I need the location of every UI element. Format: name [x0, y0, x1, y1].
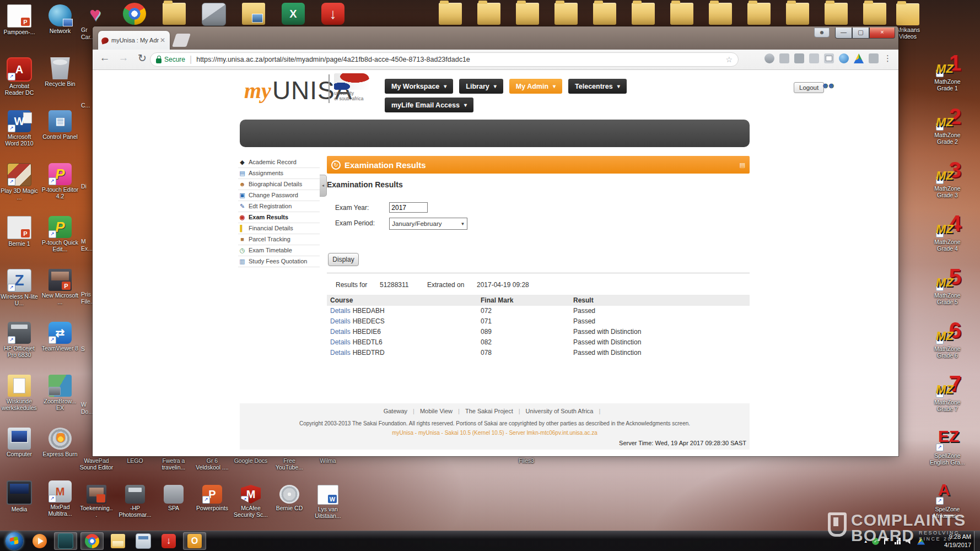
- desktop-icon[interactable]: 4 MathZone Grade 4: [928, 215, 967, 269]
- minimize-button[interactable]: —: [835, 28, 852, 39]
- exam-year-input[interactable]: [389, 202, 428, 213]
- desktop-icon[interactable]: Play 3D Magic ...: [0, 163, 39, 216]
- profile-button[interactable]: ☻: [814, 28, 830, 37]
- desktop-icon[interactable]: [593, 3, 617, 26]
- desktop-icon[interactable]: W Microsoft Word 2010: [0, 110, 39, 163]
- extension-icon[interactable]: [779, 53, 789, 63]
- desktop-icon[interactable]: 3 MathZone Grade 3: [928, 162, 967, 215]
- desktop-icon[interactable]: ⇄ TeamViewer 8: [41, 322, 79, 375]
- desktop-icon[interactable]: EZ SpellZone English Gra...: [928, 429, 967, 483]
- taskbar-button[interactable]: [132, 533, 154, 549]
- desktop-icon[interactable]: P Powerpoints: [195, 485, 229, 519]
- forward-icon[interactable]: →: [117, 52, 130, 64]
- sidebar-edit-registration[interactable]: Edt Registration: [238, 201, 320, 212]
- desktop-icon[interactable]: Computer: [0, 428, 39, 480]
- sidebar-biographical-details[interactable]: Biographical Details: [238, 179, 320, 190]
- menu-dots-icon[interactable]: ⋮: [884, 53, 892, 63]
- address-bar[interactable]: Secure | https://my.unisa.ac.za/portal/s…: [150, 52, 739, 67]
- users-gear-icon[interactable]: [821, 81, 833, 90]
- globe-extension-icon[interactable]: [839, 53, 849, 63]
- nav-mylife-email[interactable]: myLife Email Access: [385, 98, 473, 112]
- desktop-icon-files3-label[interactable]: Files3: [510, 457, 543, 464]
- maximize-button[interactable]: ▢: [852, 28, 869, 39]
- desktop-icon[interactable]: [863, 3, 887, 26]
- sidebar-exam-timetable[interactable]: Exam Timetable: [238, 245, 320, 256]
- desktop-icon[interactable]: Express Burn: [41, 428, 79, 480]
- desktop-icon[interactable]: ↓: [321, 3, 345, 27]
- desktop-icon[interactable]: P New Microsoft ...: [41, 269, 79, 322]
- sidebar-academic-record[interactable]: Academic Record: [238, 157, 320, 168]
- desktop-icon[interactable]: [122, 3, 147, 27]
- desktop-icon[interactable]: Bernie CD: [272, 485, 306, 519]
- footer-server-link[interactable]: myUnisa - myUnisa - Sakai 10.5 (Kernel 1…: [240, 430, 750, 436]
- extension-icon[interactable]: [794, 53, 804, 63]
- desktop-icon[interactable]: [438, 3, 462, 26]
- desktop-icon[interactable]: SPA: [157, 485, 191, 519]
- desktop-icon[interactable]: P Pampoen-...: [0, 4, 39, 57]
- taskbar-button[interactable]: [158, 533, 180, 549]
- details-link[interactable]: Details: [330, 307, 351, 315]
- extension-icon[interactable]: [809, 53, 819, 63]
- desktop-icon[interactable]: 2 MathZone Grade 2: [928, 109, 967, 162]
- desktop-icon[interactable]: Recycle Bin: [41, 57, 79, 110]
- desktop-icon[interactable]: M McAfee Security Sc...: [234, 485, 268, 519]
- nav-telecentres[interactable]: Telecentres: [568, 79, 627, 94]
- sidebar-study-fees-quotation[interactable]: Study Fees Quotation: [238, 256, 320, 267]
- taskbar-button[interactable]: [80, 532, 104, 550]
- taskbar-button[interactable]: [183, 532, 206, 550]
- drive-extension-icon[interactable]: [854, 53, 864, 63]
- refresh-icon[interactable]: ↻: [331, 160, 341, 170]
- taskbar-button[interactable]: [3, 533, 25, 549]
- desktop-icon[interactable]: [515, 3, 540, 26]
- desktop-icon[interactable]: 6 MathZone Grade 6: [928, 322, 967, 376]
- taskbar-button[interactable]: [29, 533, 51, 549]
- desktop-icon[interactable]: LEGO: [118, 457, 152, 471]
- desktop-icon[interactable]: 7 MathZone Grade 7: [928, 376, 967, 429]
- desktop-icon[interactable]: [785, 3, 810, 26]
- desktop-icon[interactable]: Fwetra a travelin...: [157, 457, 191, 471]
- desktop-icon[interactable]: A Acrobat Reader DC: [0, 57, 39, 110]
- desktop-icon[interactable]: W Lys van Uitstaan...: [311, 485, 345, 519]
- nav-my-admin[interactable]: My Admin: [509, 79, 562, 94]
- desktop-icon[interactable]: Media: [0, 480, 39, 533]
- tool-header-options-icon[interactable]: ▤: [740, 161, 745, 169]
- mail-extension-icon[interactable]: [824, 53, 834, 63]
- details-link[interactable]: Details: [330, 328, 351, 336]
- desktop-icon[interactable]: 1 MathZone Grade 1: [928, 55, 967, 109]
- desktop-icon[interactable]: [202, 3, 226, 27]
- footer-link[interactable]: Gateway: [384, 408, 420, 414]
- desktop-icon[interactable]: Gr 6 Veldskool ....: [195, 457, 229, 471]
- back-icon[interactable]: ←: [98, 52, 111, 64]
- desktop-icon[interactable]: [708, 3, 733, 26]
- desktop-icon[interactable]: X: [281, 3, 305, 27]
- desktop-icon[interactable]: ZoomBrow... EX: [41, 375, 79, 428]
- tab-close-icon[interactable]: ✕: [159, 36, 166, 44]
- desktop-icon[interactable]: M MixPad Multitra...: [41, 480, 79, 533]
- sidebar-assignments[interactable]: Assignments: [238, 168, 320, 179]
- desktop-icon[interactable]: Wilma: [311, 457, 345, 471]
- desktop-icon[interactable]: WavePad Sound Editor: [79, 457, 114, 471]
- nav-library[interactable]: Library: [459, 79, 503, 94]
- desktop-icon[interactable]: [824, 3, 848, 26]
- desktop-icon[interactable]: P P-touch Editor 4.2: [41, 163, 79, 216]
- desktop-icon[interactable]: Z Wireless N-lite U...: [0, 269, 39, 322]
- show-desktop-button[interactable]: [974, 531, 980, 551]
- footer-link[interactable]: The Sakai Project: [465, 408, 526, 414]
- profile-extension-icon[interactable]: [869, 53, 879, 63]
- sidebar-exam-results[interactable]: Exam Results: [238, 212, 320, 223]
- desktop-icon[interactable]: ♥: [83, 3, 107, 27]
- sidebar-change-password[interactable]: Change Password: [238, 190, 320, 201]
- taskbar-button[interactable]: [54, 532, 77, 550]
- details-link[interactable]: Details: [330, 317, 351, 325]
- extension-icon[interactable]: [764, 53, 774, 63]
- details-link[interactable]: Details: [330, 338, 351, 346]
- desktop-icon[interactable]: HP Officejet Pro 6830: [0, 322, 39, 375]
- desktop-icon[interactable]: Free YouTube...: [272, 457, 306, 471]
- desktop-icon[interactable]: ▤ Control Panel: [41, 110, 79, 163]
- sidebar-collapse-handle[interactable]: ◂: [320, 175, 327, 197]
- exam-period-select[interactable]: January/February ▼: [389, 218, 467, 230]
- desktop-icon[interactable]: -HP Photosmar...: [118, 485, 152, 519]
- desktop-icon[interactable]: Toekenning...: [79, 485, 114, 519]
- desktop-icon[interactable]: Network: [41, 4, 79, 57]
- bookmark-star-icon[interactable]: ☆: [725, 55, 733, 64]
